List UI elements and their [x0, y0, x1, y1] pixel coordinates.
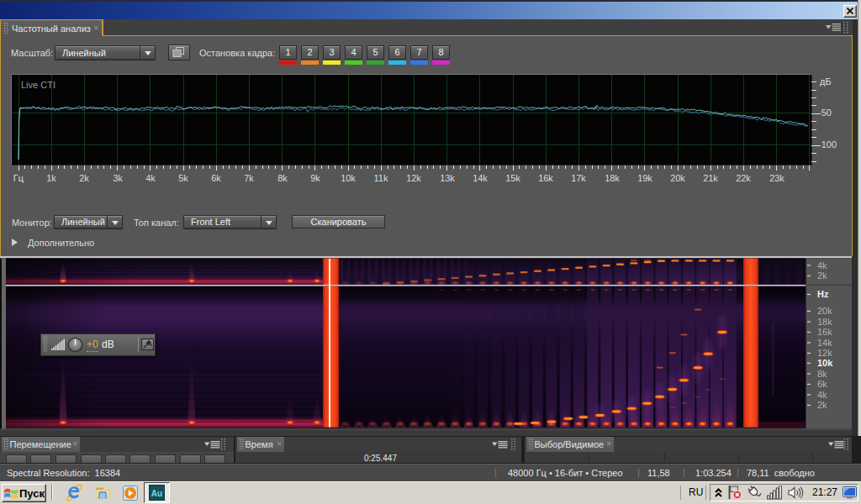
- svg-text:Au: Au: [151, 489, 162, 498]
- svg-text:10k: 10k: [817, 358, 833, 368]
- svg-text:12k: 12k: [817, 348, 832, 358]
- svg-text:Hz: Hz: [817, 289, 829, 299]
- svg-text:4k: 4k: [817, 390, 827, 400]
- svg-text:14k: 14k: [817, 338, 832, 348]
- svg-text:20k: 20k: [817, 306, 832, 316]
- svg-text:2k: 2k: [817, 270, 827, 281]
- svg-text:16k: 16k: [817, 327, 832, 337]
- svg-text:4k: 4k: [817, 260, 827, 270]
- svg-text:18k: 18k: [817, 317, 832, 327]
- svg-text:6k: 6k: [817, 379, 827, 389]
- svg-text:2k: 2k: [817, 400, 827, 410]
- svg-text:8k: 8k: [817, 369, 827, 379]
